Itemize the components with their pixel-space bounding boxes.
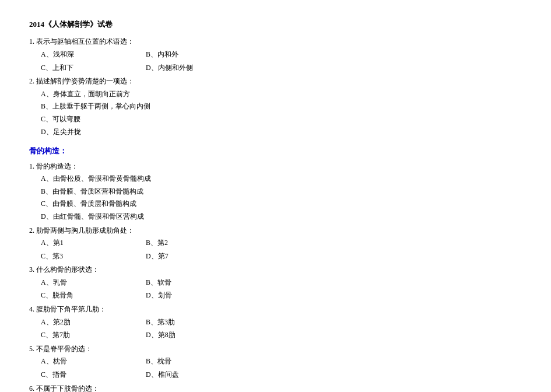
bone-q3: 3. 什么构骨的形状选： A、乳骨 B、软骨 C、脱骨角 D、划骨 — [29, 264, 522, 302]
bone-q5: 5. 不是脊平骨的选： A、枕骨 B、枕骨 C、指骨 D、椎间盘 — [29, 343, 522, 382]
option-a: A、乳骨 — [41, 276, 122, 289]
option-b: B、软骨 — [146, 276, 227, 289]
option-c: C、上和下 — [41, 62, 122, 75]
option-d: D、内侧和外侧 — [146, 62, 227, 75]
bone-q2: 2. 肋骨两侧与胸几肋形成肋角处： A、第1 B、第2 C、第3 D、第7 — [29, 225, 522, 263]
option-a: A、由骨松质、骨膜和骨黄骨髓构成 — [41, 173, 522, 186]
option-d: D、第8肋 — [146, 329, 227, 342]
question-num: 1. — [29, 37, 34, 46]
option-c: C、由骨膜、骨质层和骨髓构成 — [41, 198, 522, 211]
options: A、第2肋 B、第3肋 C、第7肋 D、第8肋 — [41, 316, 522, 342]
option-d: D、划骨 — [146, 289, 227, 302]
option-a: A、第2肋 — [41, 316, 122, 329]
option-a: A、身体直立，面朝向正前方 — [41, 88, 522, 101]
bone-q6: 6. 不属于下肢骨的选： A、软骨 B、细骨 C、软骨 D、胫骨 — [29, 383, 522, 392]
options: A、枕骨 B、枕骨 C、指骨 D、椎间盘 — [41, 355, 522, 381]
option-c: C、可以弯腰 — [41, 113, 522, 126]
option-a: A、第1 — [41, 237, 122, 250]
question-text: 肋骨两侧与胸几肋形成肋角处： — [36, 226, 134, 235]
bone-section: 骨的构造： 1. 骨的构造选： A、由骨松质、骨膜和骨黄骨髓构成 B、由骨膜、骨… — [29, 144, 522, 392]
options: A、乳骨 B、软骨 C、脱骨角 D、划骨 — [41, 276, 522, 302]
question-text: 骨的构造选： — [36, 162, 78, 170]
option-row: C、上和下 D、内侧和外侧 — [41, 62, 522, 75]
option-c: C、第7肋 — [41, 329, 122, 342]
question-text: 不是脊平骨的选： — [36, 345, 92, 353]
option-b: B、由骨膜、骨质区营和骨髓构成 — [41, 186, 522, 198]
option-c: C、脱骨角 — [41, 289, 122, 302]
option-b: B、上肢垂于躯干两侧，掌心向内侧 — [41, 100, 522, 113]
option-a: A、浅和深 — [41, 48, 122, 61]
page-container: 2014《人体解剖学》试卷 1. 表示与躯轴相互位置的术语选： A、浅和深 B、… — [29, 18, 522, 392]
intro-section: 1. 表示与躯轴相互位置的术语选： A、浅和深 B、内和外 C、上和下 D、内侧… — [29, 36, 522, 138]
option-c: C、指骨 — [41, 369, 122, 382]
option-d: D、椎间盘 — [146, 369, 227, 382]
option-c: C、第3 — [41, 250, 122, 263]
page-title: 2014《人体解剖学》试卷 — [29, 18, 522, 31]
options: A、第1 B、第2 C、第3 D、第7 — [41, 237, 522, 262]
option-row: A、浅和深 B、内和外 — [41, 48, 522, 61]
option-b: B、内和外 — [146, 48, 227, 61]
question-2: 2. 描述解剖学姿势清楚的一项选： A、身体直立，面朝向正前方 B、上肢垂于躯干… — [29, 75, 522, 138]
options: A、浅和深 B、内和外 C、上和下 D、内侧和外侧 — [41, 48, 522, 74]
options: A、身体直立，面朝向正前方 B、上肢垂于躯干两侧，掌心向内侧 C、可以弯腰 D、… — [41, 88, 522, 138]
question-text: 不属于下肢骨的选： — [36, 384, 99, 392]
option-b: B、枕骨 — [146, 355, 227, 368]
bone-q4: 4. 腹肋骨下角平第几肋： A、第2肋 B、第3肋 C、第7肋 D、第8肋 — [29, 303, 522, 342]
option-a: A、枕骨 — [41, 355, 122, 368]
question-text: 描述解剖学姿势清楚的一项选： — [36, 77, 134, 85]
question-text: 什么构骨的形状选： — [36, 265, 99, 274]
option-d: D、第7 — [146, 250, 227, 263]
question-num: 2. — [29, 77, 34, 85]
subsection-title: 骨的构造： — [29, 144, 522, 158]
option-d: D、足尖并拢 — [41, 126, 522, 139]
options: A、由骨松质、骨膜和骨黄骨髓构成 B、由骨膜、骨质区营和骨髓构成 C、由骨膜、骨… — [41, 173, 522, 223]
question-1: 1. 表示与躯轴相互位置的术语选： A、浅和深 B、内和外 C、上和下 D、内侧… — [29, 36, 522, 74]
option-d: D、由红骨髓、骨膜和骨区营构成 — [41, 211, 522, 223]
question-text: 表示与躯轴相互位置的术语选： — [36, 37, 134, 46]
option-b: B、第2 — [146, 237, 227, 250]
option-b: B、第3肋 — [146, 316, 227, 329]
question-text: 腹肋骨下角平第几肋： — [36, 305, 106, 313]
bone-q1: 1. 骨的构造选： A、由骨松质、骨膜和骨黄骨髓构成 B、由骨膜、骨质区营和骨髓… — [29, 160, 522, 223]
